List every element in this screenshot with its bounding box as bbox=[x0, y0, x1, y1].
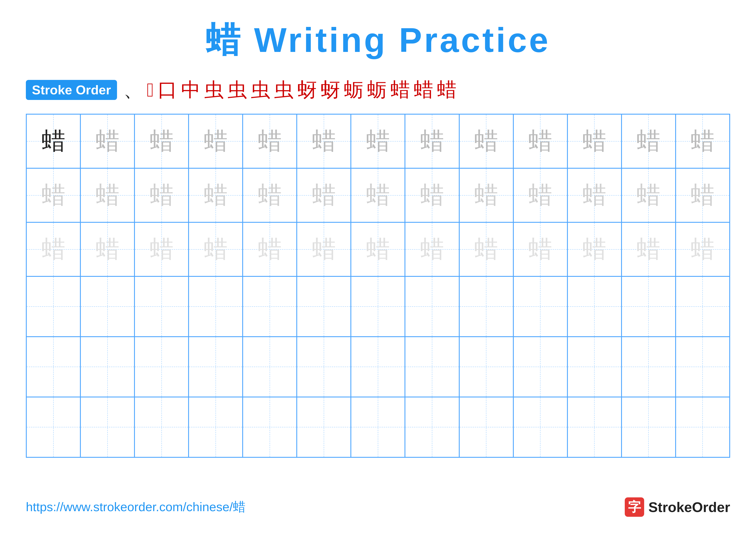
cell-5-4[interactable] bbox=[189, 337, 243, 397]
cell-2-6[interactable]: 蜡 bbox=[297, 168, 351, 222]
cell-3-3[interactable]: 蜡 bbox=[134, 222, 189, 276]
stroke-1: 、 bbox=[123, 77, 143, 103]
cell-2-2[interactable]: 蜡 bbox=[80, 168, 134, 222]
cell-5-13[interactable] bbox=[676, 337, 730, 397]
cell-3-11[interactable]: 蜡 bbox=[567, 222, 622, 276]
char-3-3: 蜡 bbox=[150, 233, 174, 266]
stroke-6: 虫 bbox=[228, 77, 247, 103]
cell-4-6[interactable] bbox=[297, 276, 351, 337]
char-1-6: 蜡 bbox=[312, 125, 336, 157]
cell-4-10[interactable] bbox=[513, 276, 567, 337]
cell-3-13[interactable]: 蜡 bbox=[676, 222, 730, 276]
char-2-9: 蜡 bbox=[474, 179, 498, 211]
char-2-10: 蜡 bbox=[528, 179, 552, 211]
cell-2-13[interactable]: 蜡 bbox=[676, 168, 730, 222]
cell-6-11[interactable] bbox=[567, 397, 622, 457]
page-title: 蜡 Writing Practice bbox=[205, 17, 551, 64]
char-2-4: 蜡 bbox=[204, 179, 228, 211]
cell-5-12[interactable] bbox=[622, 337, 676, 397]
cell-3-10[interactable]: 蜡 bbox=[513, 222, 567, 276]
cell-1-3[interactable]: 蜡 bbox=[134, 114, 189, 168]
cell-5-5[interactable] bbox=[243, 337, 297, 397]
cell-4-13[interactable] bbox=[676, 276, 730, 337]
cell-2-10[interactable]: 蜡 bbox=[513, 168, 567, 222]
cell-4-2[interactable] bbox=[80, 276, 134, 337]
cell-1-5[interactable]: 蜡 bbox=[243, 114, 297, 168]
cell-3-6[interactable]: 蜡 bbox=[297, 222, 351, 276]
cell-2-9[interactable]: 蜡 bbox=[459, 168, 513, 222]
cell-1-6[interactable]: 蜡 bbox=[297, 114, 351, 168]
cell-2-12[interactable]: 蜡 bbox=[622, 168, 676, 222]
cell-2-3[interactable]: 蜡 bbox=[134, 168, 189, 222]
char-2-7: 蜡 bbox=[366, 179, 390, 211]
cell-3-2[interactable]: 蜡 bbox=[80, 222, 134, 276]
cell-6-12[interactable] bbox=[622, 397, 676, 457]
cell-6-3[interactable] bbox=[134, 397, 189, 457]
cell-4-1[interactable] bbox=[26, 276, 80, 337]
char-3-2: 蜡 bbox=[96, 233, 120, 266]
cell-1-11[interactable]: 蜡 bbox=[567, 114, 622, 168]
char-1-10: 蜡 bbox=[528, 125, 552, 157]
cell-4-4[interactable] bbox=[189, 276, 243, 337]
cell-4-7[interactable] bbox=[351, 276, 405, 337]
char-1-13: 蜡 bbox=[691, 125, 715, 157]
grid-row-6 bbox=[26, 397, 730, 457]
cell-5-3[interactable] bbox=[134, 337, 189, 397]
cell-1-4[interactable]: 蜡 bbox=[189, 114, 243, 168]
cell-6-9[interactable] bbox=[459, 397, 513, 457]
char-3-13: 蜡 bbox=[691, 233, 715, 266]
cell-1-12[interactable]: 蜡 bbox=[622, 114, 676, 168]
cell-6-4[interactable] bbox=[189, 397, 243, 457]
grid-row-3: 蜡 蜡 蜡 蜡 蜡 蜡 蜡 蜡 蜡 bbox=[26, 222, 730, 276]
cell-6-7[interactable] bbox=[351, 397, 405, 457]
cell-4-9[interactable] bbox=[459, 276, 513, 337]
cell-3-1[interactable]: 蜡 bbox=[26, 222, 80, 276]
cell-4-12[interactable] bbox=[622, 276, 676, 337]
cell-5-1[interactable] bbox=[26, 337, 80, 397]
cell-1-10[interactable]: 蜡 bbox=[513, 114, 567, 168]
char-2-6: 蜡 bbox=[312, 179, 336, 211]
cell-6-8[interactable] bbox=[405, 397, 459, 457]
cell-5-9[interactable] bbox=[459, 337, 513, 397]
cell-2-1[interactable]: 蜡 bbox=[26, 168, 80, 222]
cell-6-10[interactable] bbox=[513, 397, 567, 457]
cell-2-8[interactable]: 蜡 bbox=[405, 168, 459, 222]
cell-1-13[interactable]: 蜡 bbox=[676, 114, 730, 168]
cell-5-11[interactable] bbox=[567, 337, 622, 397]
char-2-3: 蜡 bbox=[150, 179, 174, 211]
char-1-9: 蜡 bbox=[474, 125, 498, 157]
cell-6-6[interactable] bbox=[297, 397, 351, 457]
cell-3-9[interactable]: 蜡 bbox=[459, 222, 513, 276]
cell-3-7[interactable]: 蜡 bbox=[351, 222, 405, 276]
strokeorder-logo-icon: 字 bbox=[625, 497, 644, 517]
cell-1-7[interactable]: 蜡 bbox=[351, 114, 405, 168]
cell-4-5[interactable] bbox=[243, 276, 297, 337]
cell-1-2[interactable]: 蜡 bbox=[80, 114, 134, 168]
cell-5-10[interactable] bbox=[513, 337, 567, 397]
cell-1-8[interactable]: 蜡 bbox=[405, 114, 459, 168]
cell-5-8[interactable] bbox=[405, 337, 459, 397]
cell-2-7[interactable]: 蜡 bbox=[351, 168, 405, 222]
footer-url[interactable]: https://www.strokeorder.com/chinese/蜡 bbox=[26, 499, 245, 516]
cell-1-1[interactable]: 蜡 bbox=[26, 114, 80, 168]
cell-1-9[interactable]: 蜡 bbox=[459, 114, 513, 168]
cell-2-4[interactable]: 蜡 bbox=[189, 168, 243, 222]
cell-4-11[interactable] bbox=[567, 276, 622, 337]
cell-4-8[interactable] bbox=[405, 276, 459, 337]
stroke-11: 蛎 bbox=[344, 77, 363, 103]
cell-5-6[interactable] bbox=[297, 337, 351, 397]
cell-5-7[interactable] bbox=[351, 337, 405, 397]
cell-3-8[interactable]: 蜡 bbox=[405, 222, 459, 276]
cell-6-2[interactable] bbox=[80, 397, 134, 457]
cell-6-5[interactable] bbox=[243, 397, 297, 457]
char-2-13: 蜡 bbox=[691, 179, 715, 211]
cell-3-12[interactable]: 蜡 bbox=[622, 222, 676, 276]
cell-3-4[interactable]: 蜡 bbox=[189, 222, 243, 276]
cell-5-2[interactable] bbox=[80, 337, 134, 397]
cell-3-5[interactable]: 蜡 bbox=[243, 222, 297, 276]
cell-6-1[interactable] bbox=[26, 397, 80, 457]
cell-4-3[interactable] bbox=[134, 276, 189, 337]
cell-2-5[interactable]: 蜡 bbox=[243, 168, 297, 222]
cell-2-11[interactable]: 蜡 bbox=[567, 168, 622, 222]
cell-6-13[interactable] bbox=[676, 397, 730, 457]
